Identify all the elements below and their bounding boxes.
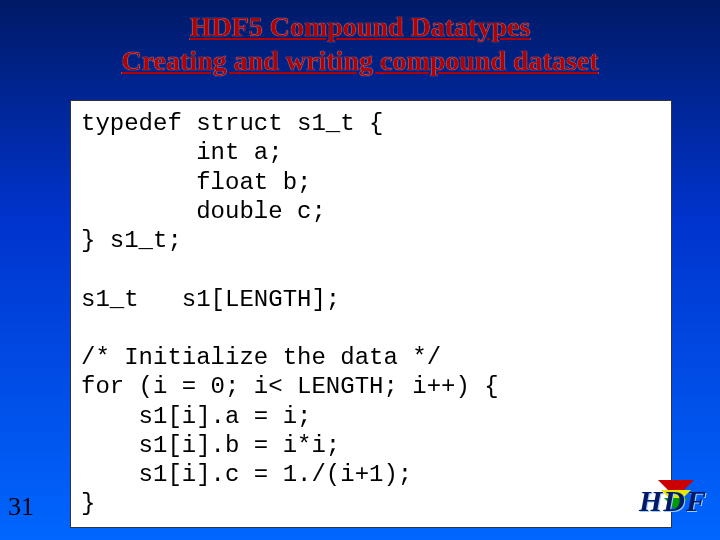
- slide-number: 31: [8, 492, 34, 522]
- logo-text: HDF: [638, 484, 708, 518]
- title-line-2: Creating and writing compound dataset: [0, 44, 720, 78]
- title-area: HDF5 Compound Datatypes Creating and wri…: [0, 0, 720, 77]
- hdf-logo: HDF: [638, 480, 708, 532]
- title-line-1: HDF5 Compound Datatypes: [0, 10, 720, 44]
- code-block: typedef struct s1_t { int a; float b; do…: [70, 100, 672, 528]
- slide: HDF5 Compound Datatypes Creating and wri…: [0, 0, 720, 540]
